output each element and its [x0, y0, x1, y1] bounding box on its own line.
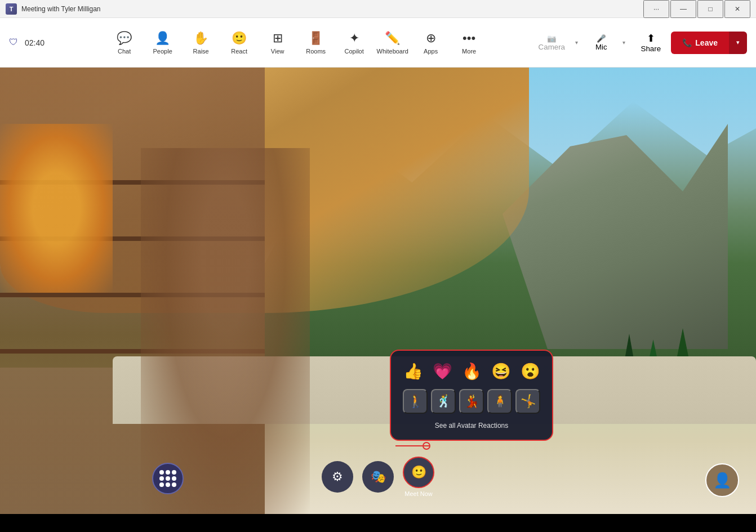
camera-label: Camera: [539, 43, 565, 51]
react-icon: 🙂: [232, 31, 247, 46]
avatar-reaction-2[interactable]: 🕺: [431, 389, 456, 414]
title-bar: T Meeting with Tyler Milligan ··· — □ ✕: [0, 0, 756, 18]
mic-label: Mic: [595, 43, 607, 51]
apps-icon: ⊕: [426, 31, 436, 46]
view-icon: ⊞: [273, 31, 283, 46]
rooms-icon: 🚪: [308, 31, 323, 46]
apps-label: Apps: [424, 48, 438, 55]
laugh-emoji-button[interactable]: 😆: [488, 359, 513, 383]
see-all-avatar-reactions[interactable]: See all Avatar Reactions: [399, 419, 544, 432]
view-button[interactable]: ⊞ View: [260, 23, 296, 63]
mic-icon: 🎤: [597, 34, 606, 43]
mic-button[interactable]: 🎤 Mic: [585, 23, 617, 63]
wow-emoji-button[interactable]: 😮: [518, 359, 542, 383]
reaction-panel: 👍 💗 🔥 😆 😮 🚶 🕺 💃 🧍 🤸 See all Avatar React…: [390, 350, 553, 441]
raise-icon: ✋: [193, 31, 208, 46]
chat-label: Chat: [118, 48, 131, 55]
window-close-button[interactable]: ✕: [724, 0, 750, 18]
chat-button[interactable]: 💬 Chat: [106, 23, 143, 63]
avatar-reaction-4[interactable]: 🧍: [487, 389, 512, 414]
leave-group: 📞 Leave ▾: [671, 32, 747, 54]
window-more-button[interactable]: ···: [643, 0, 669, 18]
avatar-reaction-3[interactable]: 💃: [459, 389, 484, 414]
people-label: People: [153, 48, 172, 55]
more-label: More: [462, 48, 476, 55]
react-button[interactable]: 🙂 React: [221, 23, 257, 63]
reaction-control-button[interactable]: 🙂: [403, 457, 434, 488]
heart-emoji-button[interactable]: 💗: [430, 359, 455, 383]
avatar-menu-button[interactable]: [152, 463, 184, 494]
share-button[interactable]: ⬆ Share: [633, 23, 669, 63]
meet-now-label: Meet Now: [404, 490, 433, 497]
toolbar-left: 🛡 02:40: [9, 37, 60, 48]
avatar-toggle-wrap: 🎭: [362, 461, 394, 493]
copilot-icon: ✦: [349, 31, 359, 46]
security-shield-icon: 🛡: [9, 37, 20, 48]
indicator-dot: [423, 442, 430, 450]
toolbar-right: 📷 Camera ▾ 🎤 Mic ▾ ⬆ Share 📞 Leave ▾: [533, 23, 747, 63]
chat-icon: 💬: [117, 31, 132, 46]
user-avatar-corner[interactable]: 👤: [705, 463, 739, 497]
avatar-reactions-row: 🚶 🕺 💃 🧍 🤸: [399, 389, 544, 414]
avatar-character: [113, 92, 338, 514]
copilot-button[interactable]: ✦ Copilot: [336, 23, 372, 63]
thumbsup-emoji-button[interactable]: 👍: [401, 359, 425, 383]
camera-group: 📷 Camera ▾: [533, 23, 583, 63]
react-label: React: [231, 48, 247, 55]
avatar-body: [141, 148, 310, 514]
share-label: Share: [641, 44, 661, 53]
avatar-reaction-5[interactable]: 🤸: [515, 389, 540, 414]
avatar-settings-button[interactable]: ⚙: [322, 461, 353, 493]
teams-app-icon: T: [6, 3, 17, 15]
window-maximize-button[interactable]: □: [697, 0, 723, 18]
rooms-label: Rooms: [306, 48, 326, 55]
window-controls: ··· — □ ✕: [643, 0, 750, 18]
whiteboard-button[interactable]: ✏️ Whiteboard: [375, 23, 411, 63]
raise-button[interactable]: ✋ Raise: [183, 23, 219, 63]
apps-button[interactable]: ⊕ Apps: [413, 23, 449, 63]
leave-label: Leave: [695, 38, 718, 47]
raise-label: Raise: [193, 48, 209, 55]
reaction-emoji-row: 👍 💗 🔥 😆 😮: [399, 359, 544, 383]
avatar-settings-icon: ⚙: [332, 470, 343, 484]
leave-button[interactable]: 📞 Leave: [671, 32, 729, 54]
people-button[interactable]: 👤 People: [145, 23, 181, 63]
window-title: Meeting with Tyler Milligan: [21, 5, 639, 13]
window-minimize-button[interactable]: —: [670, 0, 696, 18]
copilot-label: Copilot: [345, 48, 364, 55]
toolbar-center: 💬 Chat 👤 People ✋ Raise 🙂 React ⊞ View 🚪…: [62, 23, 531, 63]
avatar-toggle-icon: 🎭: [371, 470, 386, 484]
dots-grid-icon: [159, 470, 176, 487]
leave-phone-icon: 📞: [682, 38, 692, 47]
whiteboard-label: Whiteboard: [377, 48, 408, 55]
whiteboard-icon: ✏️: [385, 31, 400, 46]
reaction-control-wrap: 🙂 Meet Now: [403, 457, 434, 497]
camera-icon: 📷: [547, 34, 557, 43]
camera-chevron-button[interactable]: ▾: [570, 23, 583, 63]
more-button[interactable]: ••• More: [451, 23, 487, 63]
share-icon: ⬆: [647, 32, 655, 44]
main-content: 👍 💗 🔥 😆 😮 🚶 🕺 💃 🧍 🤸 See all Avatar React…: [0, 68, 756, 514]
mic-chevron-button[interactable]: ▾: [617, 23, 630, 63]
fire-emoji-button[interactable]: 🔥: [459, 359, 484, 383]
camera-button[interactable]: 📷 Camera: [533, 23, 570, 63]
bottom-controls: ⚙ 🎭 🙂 Meet Now: [322, 457, 434, 497]
meeting-timer: 02:40: [25, 38, 45, 47]
avatar-settings-wrap: ⚙: [322, 461, 353, 493]
reaction-control-icon: 🙂: [411, 465, 426, 480]
avatar-reaction-1[interactable]: 🚶: [403, 389, 428, 414]
view-label: View: [271, 48, 284, 55]
toolbar: 🛡 02:40 💬 Chat 👤 People ✋ Raise 🙂 React …: [0, 18, 756, 68]
mic-group: 🎤 Mic ▾: [585, 23, 630, 63]
autumn-tree-foliage: [0, 124, 113, 293]
rooms-button[interactable]: 🚪 Rooms: [298, 23, 334, 63]
more-icon: •••: [463, 31, 475, 46]
avatar-toggle-button[interactable]: 🎭: [362, 461, 394, 493]
people-icon: 👤: [155, 31, 170, 46]
leave-chevron-button[interactable]: ▾: [729, 32, 747, 54]
